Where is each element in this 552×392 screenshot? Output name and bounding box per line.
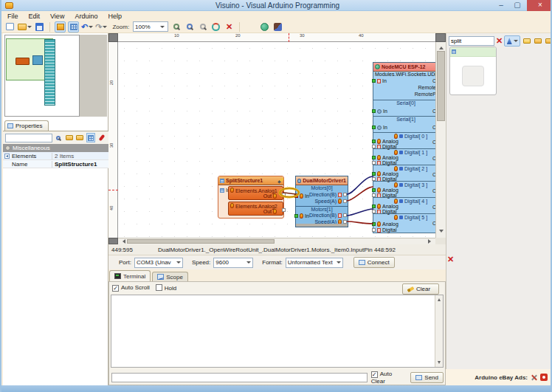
menu-edit[interactable]: Edit bbox=[29, 13, 41, 20]
save-icon bbox=[35, 23, 44, 31]
redo-button[interactable]: ↷ bbox=[95, 21, 107, 32]
tab-properties[interactable]: Properties bbox=[4, 120, 49, 131]
property-filter-input[interactable] bbox=[5, 134, 52, 142]
scrollbar-thumb[interactable] bbox=[127, 239, 275, 244]
visuino-window: Visuino - Visual Arduino Programming – ▢… bbox=[0, 0, 552, 392]
undo-dropdown-icon bbox=[89, 26, 93, 28]
zoom-in-button[interactable] bbox=[170, 21, 182, 32]
pin-button[interactable] bbox=[97, 133, 106, 142]
tab-scope[interactable]: Scope bbox=[152, 272, 188, 281]
auto-clear-checkbox[interactable]: ✓Auto Clear bbox=[371, 371, 407, 385]
ebay-icon[interactable] bbox=[540, 374, 548, 381]
search-result-tile[interactable] bbox=[449, 47, 497, 95]
collapse-categories-button[interactable] bbox=[75, 133, 85, 142]
connection-bar: Port: COM3 (Unav Speed: 9600 Format: Unf… bbox=[108, 255, 446, 269]
expand-icon[interactable] bbox=[4, 154, 10, 159]
checkbox-unchecked bbox=[156, 284, 162, 291]
property-group-label: Miscellaneous bbox=[13, 145, 50, 151]
wire-split-motor[interactable] bbox=[283, 193, 297, 194]
dropdown-icon bbox=[337, 261, 341, 264]
auto-scroll-checkbox[interactable]: ✓Auto Scroll bbox=[112, 284, 150, 292]
property-value[interactable]: 2 Items bbox=[52, 153, 108, 159]
menu-help[interactable]: Help bbox=[108, 13, 122, 20]
tab-terminal[interactable]: Terminal bbox=[109, 270, 151, 281]
expand-all-button[interactable] bbox=[544, 36, 552, 46]
scroll-right-icon[interactable] bbox=[428, 239, 433, 244]
zoom-out-button[interactable] bbox=[184, 21, 195, 32]
hold-checkbox[interactable]: Hold bbox=[156, 284, 176, 292]
zoom-select[interactable]: 100% bbox=[133, 21, 168, 32]
speed-select[interactable]: 9600 bbox=[213, 258, 253, 268]
wizard-icon bbox=[507, 38, 512, 44]
minimap[interactable] bbox=[4, 35, 80, 117]
property-row-name[interactable]: Name SplitStructure1 bbox=[3, 160, 108, 168]
wire-direction0-digital2[interactable] bbox=[347, 176, 373, 194]
open-icon bbox=[18, 24, 27, 30]
dropdown-icon bbox=[176, 261, 181, 264]
connect-button[interactable]: Connect bbox=[353, 257, 395, 268]
page-break-marker bbox=[108, 190, 118, 190]
toggle-grid-button[interactable] bbox=[68, 21, 79, 32]
undo-button[interactable]: ↶ bbox=[81, 21, 93, 32]
scrollbar-thumb[interactable] bbox=[437, 51, 445, 121]
wizard-dropdown-icon bbox=[514, 40, 518, 42]
window-title: Visuino - Visual Arduino Programming bbox=[215, 1, 339, 10]
property-group-header[interactable]: Miscellaneous bbox=[3, 144, 108, 152]
community-button[interactable] bbox=[272, 21, 283, 32]
zoom-in-icon bbox=[173, 24, 179, 30]
ads-tools-icon[interactable] bbox=[531, 374, 537, 381]
clear-search-icon[interactable]: ✕ bbox=[496, 36, 503, 46]
expand-categories-button[interactable] bbox=[65, 133, 75, 142]
design-canvas[interactable]: NodeMCU ESP-12 Modules.WiFi.Sockets.UDP … bbox=[118, 42, 435, 238]
format-select[interactable]: Unformatted Text bbox=[286, 258, 343, 268]
toggle-toolbox-button[interactable] bbox=[55, 21, 66, 32]
wire-speed0-digital3[interactable] bbox=[347, 187, 373, 201]
scroll-down-icon[interactable] bbox=[439, 230, 444, 235]
component-search-input[interactable] bbox=[449, 36, 494, 46]
minimap-motor-component bbox=[32, 55, 43, 65]
zoom-reset-button[interactable] bbox=[197, 21, 208, 32]
close-button[interactable]: × bbox=[527, 0, 552, 11]
toolbar: ↶ ↷ Zoom: 100% ✕ bbox=[1, 21, 552, 33]
scroll-left-icon[interactable] bbox=[120, 239, 125, 244]
terminal-scrollbar[interactable] bbox=[435, 295, 443, 367]
property-value[interactable]: SplitStructure1 bbox=[52, 161, 108, 168]
filter-icon[interactable] bbox=[54, 133, 63, 142]
terminal-output[interactable] bbox=[111, 295, 444, 368]
new-button[interactable] bbox=[4, 21, 15, 32]
terminal-tabs: Terminal Scope bbox=[108, 270, 446, 281]
minimap-split-component bbox=[15, 58, 30, 65]
open-button[interactable] bbox=[18, 21, 32, 32]
port-select[interactable]: COM3 (Unav bbox=[134, 258, 183, 268]
canvas-vertical-scrollbar[interactable] bbox=[435, 42, 446, 238]
send-input[interactable] bbox=[111, 373, 368, 382]
wire-layer bbox=[118, 42, 435, 238]
collapse-all-button[interactable] bbox=[533, 36, 542, 46]
arrange-button[interactable] bbox=[86, 133, 96, 142]
wire-direction1-digital4[interactable] bbox=[347, 209, 373, 216]
minimize-button[interactable]: – bbox=[493, 0, 509, 11]
ruler-number: 20 bbox=[109, 80, 114, 86]
copy-component-button[interactable] bbox=[522, 36, 531, 46]
menu-file[interactable]: File bbox=[7, 13, 18, 20]
scroll-up-icon[interactable] bbox=[439, 44, 444, 49]
property-row-elements[interactable]: Elements 2 Items bbox=[3, 152, 108, 160]
web-help-button[interactable] bbox=[259, 21, 270, 32]
toolbar-separator bbox=[49, 22, 50, 32]
wire-speed1-digital5[interactable] bbox=[347, 221, 373, 224]
canvas-horizontal-scrollbar[interactable] bbox=[118, 238, 435, 244]
menu-view[interactable]: View bbox=[50, 13, 64, 20]
wizard-button[interactable] bbox=[504, 35, 520, 47]
speed-label: Speed: bbox=[192, 259, 210, 266]
clear-button[interactable]: Clear bbox=[402, 283, 439, 295]
save-button[interactable] bbox=[34, 21, 45, 32]
property-label: Name bbox=[3, 161, 52, 168]
scroll-down-icon[interactable] bbox=[438, 361, 441, 365]
maximize-button[interactable]: ▢ bbox=[509, 0, 525, 11]
refresh-button[interactable] bbox=[210, 21, 221, 32]
scroll-up-icon[interactable] bbox=[438, 297, 441, 301]
delete-button[interactable]: ✕ bbox=[224, 21, 235, 32]
close-panel-button[interactable]: ✕ bbox=[447, 255, 454, 264]
menu-arduino[interactable]: Arduino bbox=[75, 13, 97, 20]
send-button[interactable]: Send bbox=[410, 372, 444, 383]
